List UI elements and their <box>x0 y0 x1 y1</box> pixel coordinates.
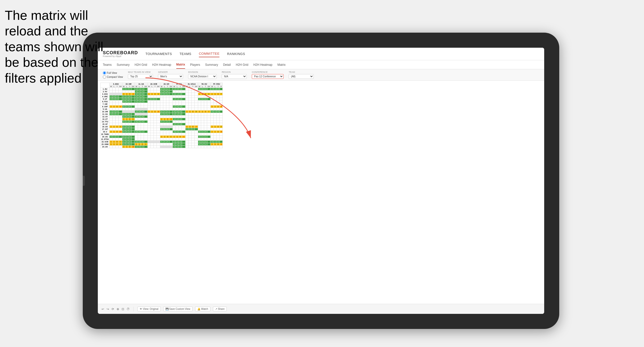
matrix-cell <box>211 121 214 123</box>
matrix-cell: 2 <box>160 88 163 90</box>
matrix-cell <box>185 108 188 110</box>
matrix-cell: 3 <box>135 131 138 133</box>
matrix-cell <box>160 100 163 103</box>
nav-teams[interactable]: TEAMS <box>180 51 191 57</box>
matrix-cell: 0 <box>125 131 128 133</box>
matrix-cell: 0 <box>217 131 220 133</box>
matrix-cell <box>135 118 138 121</box>
matrix-cell <box>191 141 194 143</box>
zoom-icon[interactable]: ⊕ <box>117 307 119 311</box>
sub-nav-h2h-heatmap[interactable]: H2H Heatmap <box>152 61 171 69</box>
redo-icon[interactable]: ↪ <box>107 307 109 311</box>
matrix-cell <box>198 90 201 93</box>
matrix-cell: 2 <box>160 121 163 123</box>
matrix-cell <box>211 115 214 118</box>
refresh-icon[interactable]: ⟳ <box>112 307 114 311</box>
col-header-ucb: 22. UCB <box>147 83 160 85</box>
matrix-cell <box>185 143 188 146</box>
sub-nav-players[interactable]: Players <box>190 61 200 69</box>
matrix-cell <box>169 146 173 148</box>
matrix-cell: 0 <box>125 100 128 103</box>
sub-nav-h2h-grid2[interactable]: H2H Grid <box>236 61 248 69</box>
matrix-cell: 13 <box>220 110 223 113</box>
sub-nav-h2h-heatmap2[interactable]: H2H Heatmap <box>253 61 272 69</box>
undo-icon[interactable]: ↩ <box>102 307 104 311</box>
col-header-uo: 24. UO <box>160 83 173 85</box>
nav-rankings[interactable]: RANKINGS <box>227 51 245 57</box>
matrix-cell <box>185 141 188 143</box>
max-teams-select[interactable]: Top 25 Top 10 Top 50 <box>128 74 153 79</box>
matrix-cell <box>188 105 191 108</box>
matrix-cell: 1 <box>173 88 176 90</box>
matrix-cell: 6 <box>194 110 198 113</box>
conference-select[interactable]: Pac-12 Conference (All) ACC Big Ten <box>252 74 284 79</box>
nav-tournaments[interactable]: TOURNAMENTS <box>145 51 172 57</box>
team-select[interactable]: (All) <box>289 74 314 79</box>
matrix-cell <box>166 126 169 128</box>
matrix-area[interactable]: 3. ASU 10. UW 11. UA 22. UCB 24. UO 27. … <box>98 81 544 304</box>
gender-select[interactable]: Men's Women's <box>158 74 183 79</box>
matrix-cell: 0 <box>131 118 135 121</box>
matrix-cell <box>163 126 166 128</box>
matrix-cell: 1 <box>125 146 128 148</box>
sub-nav-summary2[interactable]: Summary <box>205 61 218 69</box>
matrix-cell: 1 <box>185 128 188 131</box>
gender-filter: Gender Men's Women's <box>158 71 183 79</box>
matrix-cell: 2 <box>211 88 214 90</box>
matrix-cell: 1 <box>135 146 138 148</box>
matrix-cell: 1 <box>135 100 138 103</box>
sub-nav-matrix2[interactable]: Matrix <box>277 61 286 69</box>
matrix-cell: 12 <box>194 128 198 131</box>
matrix-cell <box>110 138 113 141</box>
sub-nav-detail[interactable]: Detail <box>223 61 231 69</box>
matrix-cell <box>188 141 191 143</box>
matrix-cell <box>160 115 163 118</box>
sub-nav-summary[interactable]: Summary <box>117 61 129 69</box>
matrix-cell <box>141 103 144 105</box>
matrix-cell: 1 <box>122 141 125 143</box>
eye-icon: 👁 <box>140 308 142 310</box>
matrix-cell <box>173 138 176 141</box>
matrix-cell <box>214 121 217 123</box>
matrix-cell: 0 <box>217 141 220 143</box>
save-custom-view-btn[interactable]: 💾 Save Custom View <box>163 307 193 311</box>
sub-nav-h2h-grid[interactable]: H2H Grid <box>135 61 147 69</box>
matrix-cell <box>119 121 122 123</box>
matrix-cell <box>166 138 169 141</box>
matrix-cell <box>185 138 188 141</box>
conference-filter: Conference Pac-12 Conference (All) ACC B… <box>252 71 284 79</box>
matrix-cell: 1 <box>125 93 128 95</box>
matrix-cell: 1 <box>176 146 179 148</box>
matrix-cell <box>176 133 179 136</box>
matrix-cell <box>141 113 144 115</box>
matrix-cell <box>116 93 119 95</box>
matrix-cell <box>204 123 207 126</box>
matrix-cell <box>141 136 144 138</box>
matrix-cell: 0 <box>125 113 128 115</box>
matrix-cell <box>201 103 204 105</box>
matrix-cell <box>185 93 188 95</box>
matrix-cell <box>135 108 138 110</box>
matrix-cell <box>173 115 176 118</box>
matrix-cell <box>182 95 185 98</box>
zoom-fit-icon[interactable]: ⊡ <box>122 307 124 311</box>
matrix-cell: -10 <box>131 146 135 148</box>
matrix-cell: 0 <box>191 110 194 113</box>
share-btn[interactable]: ↗ Share <box>213 307 227 311</box>
matrix-cell <box>214 115 217 118</box>
matrix-cell <box>138 105 141 108</box>
matrix-cell <box>201 100 204 103</box>
view-original-btn[interactable]: 👁 View: Original <box>137 307 161 311</box>
matrix-cell <box>150 88 153 90</box>
region-select[interactable]: N/A East West <box>222 74 247 79</box>
division-select[interactable]: NCAA Division I NCAA Division II <box>188 74 217 79</box>
sub-nav-matrix[interactable]: Matrix <box>176 61 185 69</box>
table-row: 14. TTU31026300821111 <box>101 121 223 123</box>
nav-committee[interactable]: COMMITTEE <box>199 50 220 57</box>
matrix-cell: 1 <box>128 138 131 141</box>
matrix-cell <box>147 90 150 93</box>
timer-icon[interactable]: ⏱ <box>127 307 130 311</box>
matrix-cell <box>220 90 223 93</box>
matrix-cell: 0 <box>201 98 204 100</box>
watch-btn[interactable]: 🔔 Watch <box>195 307 210 311</box>
